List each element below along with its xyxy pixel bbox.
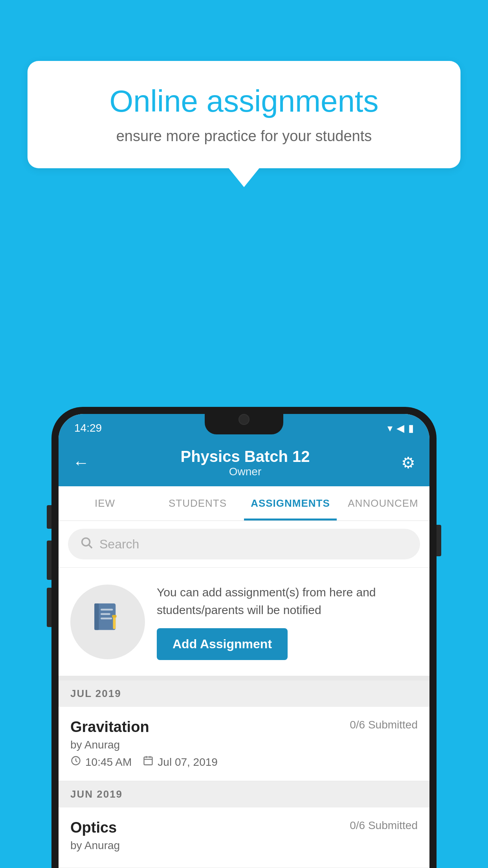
volume-down-button xyxy=(47,541,51,580)
tab-view[interactable]: IEW xyxy=(59,486,151,520)
search-bar[interactable]: Search xyxy=(68,529,420,559)
clock-icon xyxy=(70,755,81,769)
meta-time: 10:45 AM xyxy=(70,755,132,769)
phone-wrapper: 14:29 ▾ ◀ ▮ ← Physics Batch 12 Owner ⚙ xyxy=(51,407,437,868)
status-icons: ▾ ◀ ▮ xyxy=(387,422,414,434)
optics-submitted: 0/6 Submitted xyxy=(350,819,418,832)
search-placeholder: Search xyxy=(99,537,139,552)
add-assignment-button[interactable]: Add Assignment xyxy=(157,628,288,660)
meta-date: Jul 07, 2019 xyxy=(143,755,218,769)
speech-bubble: Online assignments ensure more practice … xyxy=(28,61,460,168)
status-time: 14:29 xyxy=(74,422,102,434)
assignment-date: Jul 07, 2019 xyxy=(158,756,218,769)
optics-name: Optics xyxy=(70,819,117,836)
volume-up-button xyxy=(47,505,51,529)
phone-outer: 14:29 ▾ ◀ ▮ ← Physics Batch 12 Owner ⚙ xyxy=(51,407,437,868)
phone-camera xyxy=(238,414,250,425)
search-icon xyxy=(80,536,93,552)
assignment-info-text: You can add assignment(s) from here and … xyxy=(157,583,418,619)
wifi-icon: ▾ xyxy=(387,422,393,434)
header-center: Physics Batch 12 Owner xyxy=(180,448,310,478)
tabs-container: IEW STUDENTS ASSIGNMENTS ANNOUNCEM xyxy=(59,486,429,521)
calendar-icon xyxy=(143,755,154,769)
add-assignment-section: You can add assignment(s) from here and … xyxy=(59,568,429,680)
assignment-name: Gravitation xyxy=(70,719,149,736)
assignment-submitted: 0/6 Submitted xyxy=(350,719,418,731)
svg-line-1 xyxy=(89,545,92,548)
svg-rect-6 xyxy=(101,618,112,620)
optics-row-top: Optics 0/6 Submitted xyxy=(70,819,418,836)
app-header: ← Physics Batch 12 Owner ⚙ xyxy=(59,439,429,486)
bubble-title: Online assignments xyxy=(55,85,433,118)
tab-students[interactable]: STUDENTS xyxy=(151,486,244,520)
signal-icon: ◀ xyxy=(396,422,404,434)
back-button[interactable]: ← xyxy=(73,453,89,472)
month-separator-jun: JUN 2019 xyxy=(59,781,429,807)
svg-rect-3 xyxy=(94,603,99,630)
silent-button xyxy=(47,588,51,627)
assignment-icon-circle xyxy=(70,585,145,659)
batch-title: Physics Batch 12 xyxy=(180,448,310,465)
svg-rect-5 xyxy=(101,613,110,615)
svg-rect-7 xyxy=(113,617,116,629)
bubble-subtitle: ensure more practice for your students xyxy=(55,128,433,145)
month-separator-jul: JUL 2019 xyxy=(59,680,429,707)
svg-rect-8 xyxy=(112,615,116,618)
batch-subtitle: Owner xyxy=(180,465,310,478)
svg-rect-10 xyxy=(144,757,152,765)
svg-rect-4 xyxy=(101,609,113,611)
assignment-item-gravitation[interactable]: Gravitation 0/6 Submitted by Anurag 10:4… xyxy=(59,707,429,781)
assignment-meta: 10:45 AM Jul 07, 2019 xyxy=(70,755,418,769)
assignment-author: by Anurag xyxy=(70,739,418,751)
svg-point-0 xyxy=(82,538,90,546)
settings-button[interactable]: ⚙ xyxy=(401,454,415,472)
search-container: Search xyxy=(59,521,429,568)
assignment-notebook-icon xyxy=(90,600,125,644)
assignment-row-top: Gravitation 0/6 Submitted xyxy=(70,719,418,736)
battery-icon: ▮ xyxy=(408,422,414,434)
tab-announcements[interactable]: ANNOUNCEM xyxy=(337,486,429,520)
tab-assignments[interactable]: ASSIGNMENTS xyxy=(244,486,337,520)
speech-bubble-container: Online assignments ensure more practice … xyxy=(28,61,460,168)
assignment-info: You can add assignment(s) from here and … xyxy=(157,583,418,660)
power-button xyxy=(437,525,441,556)
assignment-item-optics[interactable]: Optics 0/6 Submitted by Anurag xyxy=(59,807,429,868)
assignment-time: 10:45 AM xyxy=(85,756,132,769)
phone-screen: 14:29 ▾ ◀ ▮ ← Physics Batch 12 Owner ⚙ xyxy=(59,414,429,868)
optics-author: by Anurag xyxy=(70,839,418,852)
